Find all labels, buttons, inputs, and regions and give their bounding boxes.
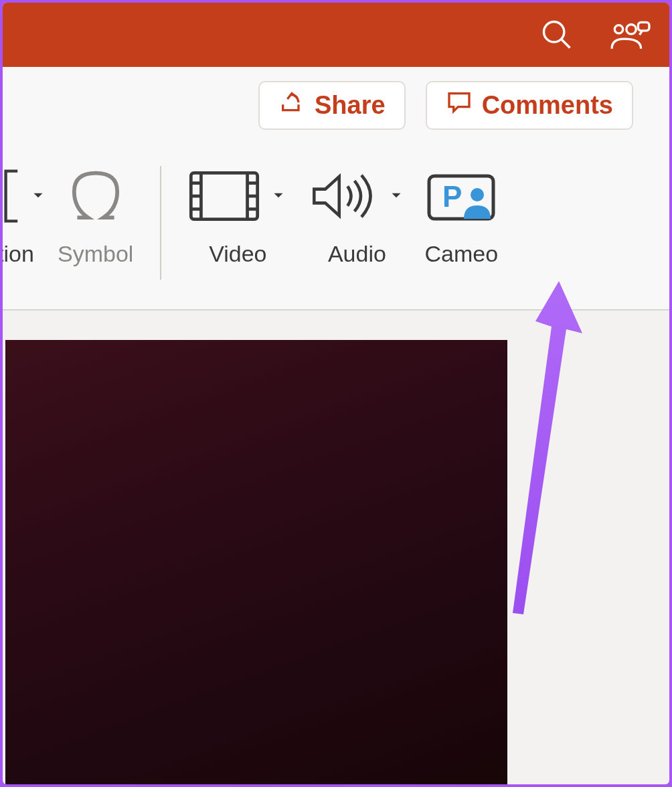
ribbon-item-video[interactable]: Video — [188, 166, 287, 267]
svg-point-15 — [471, 188, 484, 201]
share-label: Share — [315, 91, 386, 120]
omega-icon — [65, 165, 127, 230]
ribbon-toolbar: tion Symbol — [3, 143, 669, 311]
equation-icon — [3, 167, 20, 228]
share-button[interactable]: Share — [258, 81, 406, 130]
ribbon-divider — [160, 166, 161, 280]
svg-point-2 — [614, 25, 622, 33]
comments-button[interactable]: Comments — [426, 81, 633, 130]
ribbon-item-symbol[interactable]: Symbol — [58, 166, 133, 267]
video-label: Video — [209, 241, 266, 267]
ribbon-item-cameo[interactable]: P Cameo — [424, 166, 499, 267]
share-icon — [278, 89, 305, 122]
svg-line-1 — [562, 39, 570, 48]
slide-canvas[interactable] — [5, 340, 507, 784]
comment-icon — [446, 89, 473, 122]
action-bar: Share Comments — [3, 67, 669, 143]
chevron-down-icon[interactable] — [29, 187, 47, 208]
search-icon[interactable] — [539, 17, 574, 52]
title-bar — [3, 3, 669, 67]
ribbon-item-audio[interactable]: Audio — [309, 166, 405, 267]
audio-label: Audio — [328, 241, 386, 267]
cameo-icon: P — [424, 171, 499, 224]
cameo-badge-text: P — [442, 180, 462, 213]
comments-label: Comments — [482, 91, 613, 120]
cameo-label: Cameo — [425, 241, 499, 267]
equation-label: tion — [3, 241, 34, 267]
svg-point-3 — [626, 25, 636, 34]
share-people-icon[interactable] — [609, 17, 651, 52]
chevron-down-icon[interactable] — [270, 187, 287, 208]
ribbon-item-equation[interactable]: tion — [3, 166, 47, 267]
chevron-down-icon[interactable] — [388, 187, 405, 208]
svg-point-0 — [544, 22, 564, 42]
audio-icon — [309, 169, 378, 226]
symbol-label: Symbol — [58, 241, 133, 267]
video-icon — [188, 169, 260, 226]
app-window: Share Comments — [3, 3, 669, 784]
svg-rect-4 — [638, 22, 649, 30]
